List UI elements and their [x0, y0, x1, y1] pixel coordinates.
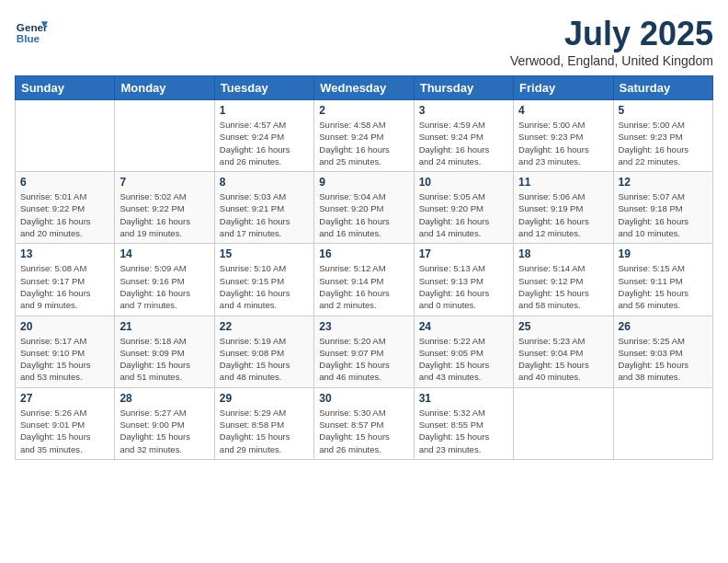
day-number: 28 [119, 392, 209, 405]
calendar-day: 6Sunrise: 5:01 AM Sunset: 9:22 PM Daylig… [16, 172, 115, 244]
calendar-day: 26Sunrise: 5:25 AM Sunset: 9:03 PM Dayli… [613, 316, 712, 387]
calendar-day [16, 100, 115, 172]
day-number: 18 [518, 247, 608, 260]
day-number: 13 [20, 247, 109, 260]
day-number: 21 [119, 320, 209, 333]
calendar-day: 10Sunrise: 5:05 AM Sunset: 9:20 PM Dayli… [414, 172, 513, 244]
calendar-day: 23Sunrise: 5:20 AM Sunset: 9:07 PM Dayli… [314, 316, 414, 387]
day-info: Sunrise: 5:29 AM Sunset: 8:58 PM Dayligh… [220, 407, 309, 455]
day-info: Sunrise: 5:01 AM Sunset: 9:22 PM Dayligh… [20, 190, 109, 239]
calendar-day: 20Sunrise: 5:17 AM Sunset: 9:10 PM Dayli… [16, 316, 115, 387]
calendar-day: 28Sunrise: 5:27 AM Sunset: 9:00 PM Dayli… [115, 387, 214, 459]
calendar-day: 4Sunrise: 5:00 AM Sunset: 9:23 PM Daylig… [514, 100, 613, 172]
calendar-day: 27Sunrise: 5:26 AM Sunset: 9:01 PM Dayli… [16, 387, 115, 459]
calendar-day [514, 387, 613, 459]
calendar-day: 14Sunrise: 5:09 AM Sunset: 9:16 PM Dayli… [115, 244, 214, 316]
day-number: 3 [419, 104, 508, 117]
logo-icon: General Blue [15, 15, 48, 48]
day-number: 16 [319, 247, 408, 260]
day-number: 20 [20, 320, 109, 333]
day-info: Sunrise: 5:09 AM Sunset: 9:16 PM Dayligh… [119, 262, 209, 311]
day-info: Sunrise: 5:15 AM Sunset: 9:11 PM Dayligh… [619, 262, 708, 311]
calendar-day: 15Sunrise: 5:10 AM Sunset: 9:15 PM Dayli… [214, 244, 313, 316]
day-info: Sunrise: 5:30 AM Sunset: 8:57 PM Dayligh… [319, 407, 408, 455]
calendar-day: 16Sunrise: 5:12 AM Sunset: 9:14 PM Dayli… [314, 244, 414, 316]
month-title: July 2025 [510, 15, 713, 53]
calendar-day: 25Sunrise: 5:23 AM Sunset: 9:04 PM Dayli… [514, 316, 613, 387]
day-info: Sunrise: 5:13 AM Sunset: 9:13 PM Dayligh… [419, 262, 508, 311]
day-info: Sunrise: 5:23 AM Sunset: 9:04 PM Dayligh… [518, 335, 608, 384]
day-number: 8 [220, 176, 309, 189]
location: Verwood, England, United Kingdom [510, 53, 713, 68]
day-info: Sunrise: 5:27 AM Sunset: 9:00 PM Dayligh… [119, 407, 209, 455]
calendar-day: 29Sunrise: 5:29 AM Sunset: 8:58 PM Dayli… [214, 387, 313, 459]
day-number: 19 [619, 247, 708, 260]
calendar-day: 11Sunrise: 5:06 AM Sunset: 9:19 PM Dayli… [514, 172, 613, 244]
logo: General Blue [15, 15, 48, 48]
day-info: Sunrise: 5:18 AM Sunset: 9:09 PM Dayligh… [119, 335, 209, 384]
day-info: Sunrise: 4:58 AM Sunset: 9:24 PM Dayligh… [319, 119, 408, 167]
day-number: 15 [220, 247, 309, 260]
page-header: General Blue July 2025 Verwood, England,… [15, 15, 713, 68]
calendar-day: 18Sunrise: 5:14 AM Sunset: 9:12 PM Dayli… [514, 244, 613, 316]
day-info: Sunrise: 5:20 AM Sunset: 9:07 PM Dayligh… [319, 335, 408, 384]
calendar-header-row: SundayMondayTuesdayWednesdayThursdayFrid… [16, 76, 713, 100]
calendar-header-tuesday: Tuesday [214, 76, 313, 100]
day-number: 24 [419, 320, 508, 333]
calendar-week-3: 13Sunrise: 5:08 AM Sunset: 9:17 PM Dayli… [16, 244, 713, 316]
calendar-day: 2Sunrise: 4:58 AM Sunset: 9:24 PM Daylig… [314, 100, 414, 172]
day-number: 6 [20, 176, 109, 189]
day-info: Sunrise: 5:17 AM Sunset: 9:10 PM Dayligh… [20, 335, 109, 384]
calendar-table: SundayMondayTuesdayWednesdayThursdayFrid… [15, 75, 713, 460]
calendar-week-4: 20Sunrise: 5:17 AM Sunset: 9:10 PM Dayli… [16, 316, 713, 387]
calendar-day: 30Sunrise: 5:30 AM Sunset: 8:57 PM Dayli… [314, 387, 414, 459]
calendar-day: 13Sunrise: 5:08 AM Sunset: 9:17 PM Dayli… [16, 244, 115, 316]
calendar-header-friday: Friday [514, 76, 613, 100]
day-info: Sunrise: 5:02 AM Sunset: 9:22 PM Dayligh… [119, 190, 209, 239]
calendar-day [115, 100, 214, 172]
calendar-day: 17Sunrise: 5:13 AM Sunset: 9:13 PM Dayli… [414, 244, 513, 316]
day-info: Sunrise: 5:10 AM Sunset: 9:15 PM Dayligh… [220, 262, 309, 311]
calendar-day [613, 387, 712, 459]
day-info: Sunrise: 5:05 AM Sunset: 9:20 PM Dayligh… [419, 190, 508, 239]
day-info: Sunrise: 5:07 AM Sunset: 9:18 PM Dayligh… [619, 190, 708, 239]
calendar-day: 12Sunrise: 5:07 AM Sunset: 9:18 PM Dayli… [613, 172, 712, 244]
day-info: Sunrise: 5:25 AM Sunset: 9:03 PM Dayligh… [619, 335, 708, 384]
day-number: 2 [319, 104, 408, 117]
day-info: Sunrise: 5:19 AM Sunset: 9:08 PM Dayligh… [220, 335, 309, 384]
title-block: July 2025 Verwood, England, United Kingd… [510, 15, 713, 68]
day-info: Sunrise: 5:22 AM Sunset: 9:05 PM Dayligh… [419, 335, 508, 384]
day-number: 1 [220, 104, 309, 117]
calendar-day: 22Sunrise: 5:19 AM Sunset: 9:08 PM Dayli… [214, 316, 313, 387]
calendar-day: 3Sunrise: 4:59 AM Sunset: 9:24 PM Daylig… [414, 100, 513, 172]
day-info: Sunrise: 5:00 AM Sunset: 9:23 PM Dayligh… [619, 119, 708, 167]
calendar-day: 8Sunrise: 5:03 AM Sunset: 9:21 PM Daylig… [214, 172, 313, 244]
calendar-header-thursday: Thursday [414, 76, 513, 100]
day-number: 14 [119, 247, 209, 260]
calendar-day: 31Sunrise: 5:32 AM Sunset: 8:55 PM Dayli… [414, 387, 513, 459]
calendar-week-5: 27Sunrise: 5:26 AM Sunset: 9:01 PM Dayli… [16, 387, 713, 459]
day-number: 25 [518, 320, 608, 333]
day-number: 29 [220, 392, 309, 405]
day-info: Sunrise: 4:59 AM Sunset: 9:24 PM Dayligh… [419, 119, 508, 167]
day-number: 30 [319, 392, 408, 405]
calendar-day: 21Sunrise: 5:18 AM Sunset: 9:09 PM Dayli… [115, 316, 214, 387]
calendar-day: 5Sunrise: 5:00 AM Sunset: 9:23 PM Daylig… [613, 100, 712, 172]
day-number: 17 [419, 247, 508, 260]
calendar-week-2: 6Sunrise: 5:01 AM Sunset: 9:22 PM Daylig… [16, 172, 713, 244]
calendar-day: 9Sunrise: 5:04 AM Sunset: 9:20 PM Daylig… [314, 172, 414, 244]
day-info: Sunrise: 4:57 AM Sunset: 9:24 PM Dayligh… [220, 119, 309, 167]
calendar-header-monday: Monday [115, 76, 214, 100]
day-number: 27 [20, 392, 109, 405]
day-number: 11 [518, 176, 608, 189]
day-number: 7 [119, 176, 209, 189]
day-number: 10 [419, 176, 508, 189]
day-number: 23 [319, 320, 408, 333]
calendar-day: 19Sunrise: 5:15 AM Sunset: 9:11 PM Dayli… [613, 244, 712, 316]
day-number: 9 [319, 176, 408, 189]
day-info: Sunrise: 5:12 AM Sunset: 9:14 PM Dayligh… [319, 262, 408, 311]
calendar-header-saturday: Saturday [613, 76, 712, 100]
calendar-week-1: 1Sunrise: 4:57 AM Sunset: 9:24 PM Daylig… [16, 100, 713, 172]
day-number: 5 [619, 104, 708, 117]
calendar-header-sunday: Sunday [16, 76, 115, 100]
